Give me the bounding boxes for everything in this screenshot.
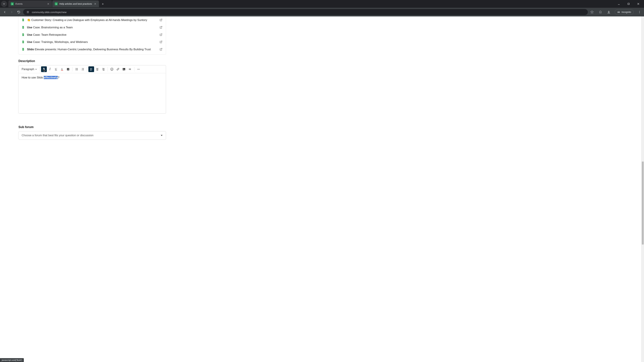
subforum-placeholder: Choose a forum that best fits your quest… — [22, 134, 94, 137]
bold-button[interactable]: B — [41, 66, 47, 72]
align-center-button[interactable] — [94, 66, 100, 72]
downloads-button[interactable] — [606, 9, 611, 14]
svg-point-43 — [138, 69, 139, 69]
quote-button[interactable] — [127, 66, 133, 72]
minimize-button[interactable] — [616, 1, 621, 6]
more-options-button[interactable] — [136, 66, 142, 72]
emoji-button[interactable] — [109, 66, 115, 72]
bullet-list-button[interactable] — [74, 66, 80, 72]
maximize-button[interactable] — [626, 1, 631, 6]
paragraph-style-select[interactable]: Paragraph — [20, 67, 38, 71]
topic-item[interactable]: Use Case: Brainstorming as a Team — [18, 24, 166, 31]
tab-title: Help articles and best practices — [59, 2, 92, 5]
topic-item[interactable]: Use Case: Team Retrospective — [18, 31, 166, 38]
svg-point-13 — [76, 68, 76, 69]
svg-point-37 — [110, 68, 113, 70]
rich-text-editor: Paragraph B I U A A — [18, 65, 166, 114]
site-info-icon[interactable] — [26, 10, 30, 14]
back-button[interactable] — [2, 9, 8, 15]
incognito-label: Incognito — [622, 11, 631, 13]
slido-favicon-icon: s — [11, 2, 14, 5]
svg-point-6 — [639, 11, 640, 11]
window-controls — [616, 1, 643, 6]
tab-help-articles[interactable]: s Help articles and best practices ✕ — [52, 0, 99, 7]
separator — [72, 67, 72, 71]
separator — [87, 67, 87, 71]
topic-title: Use Case: Brainstorming as a Team — [27, 25, 157, 29]
external-link-icon[interactable] — [160, 18, 163, 22]
svg-point-44 — [139, 69, 140, 69]
image-button[interactable] — [121, 66, 127, 72]
topic-title: Use Case: Team Retrospective — [27, 33, 157, 37]
link-button[interactable] — [115, 66, 121, 72]
svg-rect-4 — [27, 11, 29, 12]
external-link-icon[interactable] — [160, 48, 163, 51]
document-icon — [22, 33, 25, 36]
topic-title: Use Case: Trainings, Workshops, and Webi… — [27, 40, 157, 44]
svg-point-7 — [639, 12, 640, 12]
svg-point-15 — [76, 69, 76, 69]
document-icon — [22, 40, 25, 43]
description-label: Description — [18, 59, 166, 63]
text-color-button[interactable]: A — [59, 66, 65, 72]
underline-button[interactable]: U — [53, 66, 59, 72]
svg-rect-5 — [27, 12, 29, 13]
svg-text:3: 3 — [81, 70, 82, 70]
incognito-badge[interactable]: Incognito — [615, 9, 634, 15]
svg-point-39 — [112, 69, 112, 69]
tab-bar: s Events ✕ s Help articles and best prac… — [0, 0, 644, 8]
scrollbar-thumb[interactable] — [642, 162, 644, 245]
external-link-icon[interactable] — [160, 26, 163, 29]
tab-events[interactable]: s Events ✕ — [8, 0, 52, 7]
align-right-button[interactable] — [100, 66, 106, 72]
subforum-select[interactable]: Choose a forum that best fits your quest… — [18, 131, 166, 140]
forward-button[interactable] — [9, 9, 14, 15]
slido-favicon-icon: s — [55, 2, 58, 5]
suggested-topics-list: 👏 Customer Story: Creating a Live Dialog… — [18, 16, 166, 55]
topic-item[interactable]: 👏 Customer Story: Creating a Live Dialog… — [18, 16, 166, 24]
menu-button[interactable] — [637, 9, 642, 14]
close-window-button[interactable] — [636, 1, 641, 6]
external-link-icon[interactable] — [160, 33, 163, 36]
svg-point-41 — [123, 68, 124, 69]
new-tab-button[interactable]: ＋ — [100, 1, 105, 6]
editor-textarea[interactable]: How to use Slido effectively? — [18, 73, 166, 113]
close-tab-button[interactable]: ✕ — [94, 2, 96, 5]
svg-text:A: A — [68, 68, 69, 70]
separator — [108, 67, 108, 71]
bookmark-button[interactable] — [590, 9, 594, 14]
chevron-down-icon — [35, 68, 37, 70]
tab-title: Events — [16, 2, 45, 5]
url-text: community.slido.com/topic/new — [32, 11, 66, 13]
svg-point-17 — [76, 70, 76, 70]
close-tab-button[interactable]: ✕ — [47, 2, 50, 5]
address-bar[interactable]: community.slido.com/topic/new — [23, 9, 588, 15]
chevron-down-icon — [2, 2, 6, 5]
reload-button[interactable] — [16, 9, 22, 15]
page-content[interactable]: 👏 Customer Story: Creating a Live Dialog… — [0, 16, 641, 362]
numbered-list-button[interactable]: 123 — [80, 66, 86, 72]
extensions-button[interactable] — [598, 9, 603, 14]
topic-item[interactable]: Use Case: Trainings, Workshops, and Webi… — [18, 38, 166, 46]
chevron-down-icon — [160, 134, 163, 137]
topic-title: Slido Elevate presents: Human-Centric Le… — [27, 47, 157, 51]
external-link-icon[interactable] — [160, 40, 163, 44]
document-icon — [22, 18, 25, 21]
svg-point-8 — [639, 13, 640, 13]
svg-text:A: A — [61, 68, 63, 70]
vertical-scrollbar[interactable] — [641, 16, 644, 362]
svg-point-42 — [137, 69, 138, 69]
svg-rect-1 — [628, 3, 630, 5]
svg-rect-10 — [61, 70, 63, 70]
incognito-icon — [617, 10, 620, 13]
browser-toolbar: community.slido.com/topic/new Incognito — [0, 8, 644, 16]
italic-button[interactable]: I — [47, 66, 53, 72]
selected-text: effectively — [44, 76, 58, 79]
background-color-button[interactable]: A — [65, 66, 71, 72]
status-bar: javascript:void('Bold') — [0, 358, 24, 362]
svg-point-38 — [111, 69, 112, 69]
tab-search-dropdown[interactable] — [1, 1, 7, 7]
align-left-button[interactable] — [88, 66, 94, 72]
topic-item[interactable]: Slido Elevate presents: Human-Centric Le… — [18, 46, 166, 53]
document-icon — [22, 26, 25, 29]
